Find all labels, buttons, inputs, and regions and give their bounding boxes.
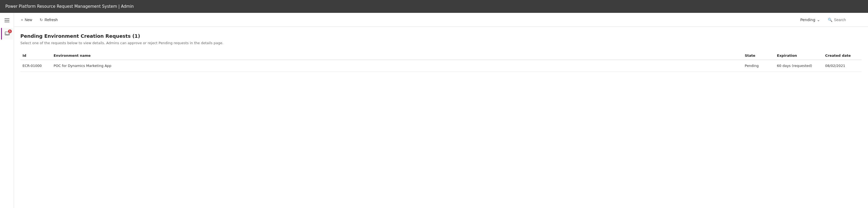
table-row[interactable]: ECR-01000POC for Dynamics Marketing AppP… xyxy=(20,60,862,72)
cell-created-date: 08/02/2021 xyxy=(824,60,862,72)
new-button[interactable]: + New xyxy=(18,16,35,24)
new-button-label: New xyxy=(25,18,32,22)
sidebar: 1 xyxy=(0,13,14,208)
page-content: Pending Environment Creation Requests (1… xyxy=(14,27,868,208)
filter-dropdown[interactable]: Pending ⌄ xyxy=(798,16,823,24)
top-bar: Power Platform Resource Request Manageme… xyxy=(0,0,868,13)
toolbar: + New ↻ Refresh Pending ⌄ 🔍 xyxy=(14,13,868,27)
chevron-down-icon: ⌄ xyxy=(817,18,820,22)
hamburger-icon xyxy=(5,19,9,22)
search-input[interactable] xyxy=(834,18,861,22)
search-icon: 🔍 xyxy=(828,18,832,22)
cell-environment-name: POC for Dynamics Marketing App xyxy=(53,60,744,72)
app-title: Power Platform Resource Request Manageme… xyxy=(5,4,134,9)
cell-expiration: 60 days (requested) xyxy=(776,60,824,72)
column-header-created-date: Created date xyxy=(824,51,862,60)
page-title: Pending Environment Creation Requests (1… xyxy=(20,33,862,39)
column-header-state: State xyxy=(744,51,776,60)
table-header-row: Id Environment name State Expiration Cre… xyxy=(20,51,862,60)
refresh-button[interactable]: ↻ Refresh xyxy=(37,16,60,24)
cell-id: ECR-01000 xyxy=(20,60,53,72)
requests-table: Id Environment name State Expiration Cre… xyxy=(20,51,862,72)
table-body: ECR-01000POC for Dynamics Marketing AppP… xyxy=(20,60,862,72)
refresh-icon: ↻ xyxy=(40,18,43,22)
nav-icon-wrapper: 1 xyxy=(5,31,10,36)
search-container[interactable]: 🔍 xyxy=(825,16,864,23)
nav-badge: 1 xyxy=(8,29,12,33)
content-area: + New ↻ Refresh Pending ⌄ 🔍 Pending Envi… xyxy=(14,13,868,208)
table-header: Id Environment name State Expiration Cre… xyxy=(20,51,862,60)
main-layout: 1 + New ↻ Refresh Pending ⌄ 🔍 xyxy=(0,13,868,208)
filter-value: Pending xyxy=(800,18,815,22)
cell-state: Pending xyxy=(744,60,776,72)
sidebar-nav-requests[interactable]: 1 xyxy=(1,28,13,40)
refresh-button-label: Refresh xyxy=(44,18,58,22)
column-header-id: Id xyxy=(20,51,53,60)
column-header-env-name: Environment name xyxy=(53,51,744,60)
column-header-expiration: Expiration xyxy=(776,51,824,60)
plus-icon: + xyxy=(21,18,23,22)
page-description: Select one of the requests below to view… xyxy=(20,41,862,45)
hamburger-menu-button[interactable] xyxy=(2,15,12,26)
